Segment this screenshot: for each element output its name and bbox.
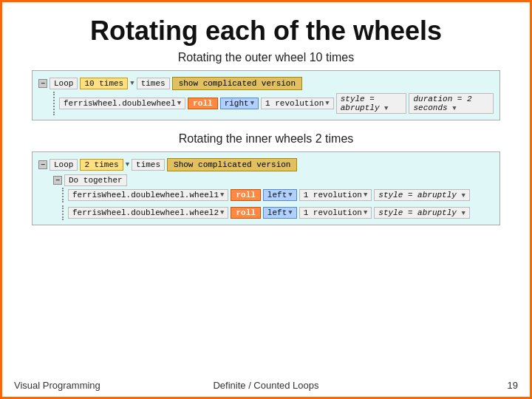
style-token-1[interactable]: style = abruptly ▼ bbox=[336, 93, 407, 114]
minus-icon-1[interactable]: − bbox=[38, 79, 47, 88]
duration-token-1[interactable]: duration = 2 seconds ▼ bbox=[409, 93, 494, 114]
times-label-1: times bbox=[137, 78, 170, 89]
section1-loop-row: − Loop 10 times ▼ times show complicated… bbox=[38, 75, 494, 92]
wheel2-row: ferrisWheel.doublewheel.wheel2 ▼ roll le… bbox=[62, 205, 494, 220]
rev-token-wheel1[interactable]: 1 revolution ▼ bbox=[299, 189, 372, 201]
direction-token-1[interactable]: right ▼ bbox=[220, 98, 259, 109]
section1-code-block: − Loop 10 times ▼ times show complicated… bbox=[32, 70, 500, 120]
style-token-wheel1[interactable]: style = abruptly ▼ bbox=[374, 189, 470, 201]
times-label-2: times bbox=[132, 159, 165, 171]
roll-btn-wheel2[interactable]: roll bbox=[231, 207, 260, 219]
section2-loop-row: − Loop 2 times ▼ times Show complicated … bbox=[38, 157, 494, 173]
page-title: Rotating each of the wheels bbox=[2, 2, 530, 51]
rev-token-wheel2[interactable]: 1 revolution ▼ bbox=[299, 207, 372, 219]
loop-times-arrow-2[interactable]: ▼ bbox=[126, 161, 129, 168]
footer-center: Definite / Counted Loops bbox=[213, 380, 318, 391]
loop-times-arrow-1[interactable]: ▼ bbox=[130, 80, 134, 87]
wheel2-object-token[interactable]: ferrisWheel.doublewheel.wheel2 ▼ bbox=[68, 207, 228, 219]
loop-times-2[interactable]: 2 times bbox=[80, 159, 123, 171]
loop-token-1: Loop bbox=[50, 78, 78, 89]
wheel1-row: ferrisWheel.doublewheel.wheel1 ▼ roll le… bbox=[62, 188, 494, 202]
loop-times-1[interactable]: 10 times bbox=[80, 78, 128, 89]
dir-token-wheel1[interactable]: left ▼ bbox=[263, 189, 297, 201]
style-token-wheel2[interactable]: style = abruptly ▼ bbox=[374, 207, 470, 219]
section2-subtitle: Rotating the inner wheels 2 times bbox=[32, 132, 500, 146]
show-complicated-btn-1[interactable]: show complicated version bbox=[172, 77, 302, 90]
footer-left: Visual Programming bbox=[14, 380, 100, 391]
section2-code-block: − Loop 2 times ▼ times Show complicated … bbox=[32, 151, 500, 225]
footer-right: 19 bbox=[508, 380, 518, 391]
section2: Rotating the inner wheels 2 times − Loop… bbox=[32, 132, 500, 225]
do-together-token: Do together bbox=[64, 174, 127, 186]
roll-btn-1[interactable]: roll bbox=[188, 98, 217, 109]
minus-icon-2[interactable]: − bbox=[38, 160, 47, 169]
loop-token-2: Loop bbox=[50, 159, 78, 171]
dir-token-wheel2[interactable]: left ▼ bbox=[263, 207, 297, 219]
wheel1-object-token[interactable]: ferrisWheel.doublewheel.wheel1 ▼ bbox=[68, 189, 228, 201]
revolution-token-1[interactable]: 1 revolution ▼ bbox=[261, 98, 334, 109]
section1-inner-row: ferrisWheel.doublewheel ▼ roll right ▼ 1… bbox=[53, 92, 494, 115]
roll-btn-wheel1[interactable]: roll bbox=[231, 189, 260, 201]
section1-subtitle: Rotating the outer wheel 10 times bbox=[32, 51, 500, 64]
ferris-wheel-token-1[interactable]: ferrisWheel.doublewheel ▼ bbox=[59, 98, 185, 109]
section1: Rotating the outer wheel 10 times − Loop… bbox=[32, 51, 500, 120]
do-together-row: − Do together bbox=[53, 173, 494, 188]
show-complicated-btn-2[interactable]: Show complicated version bbox=[167, 158, 297, 171]
minus-icon-3[interactable]: − bbox=[53, 176, 62, 185]
